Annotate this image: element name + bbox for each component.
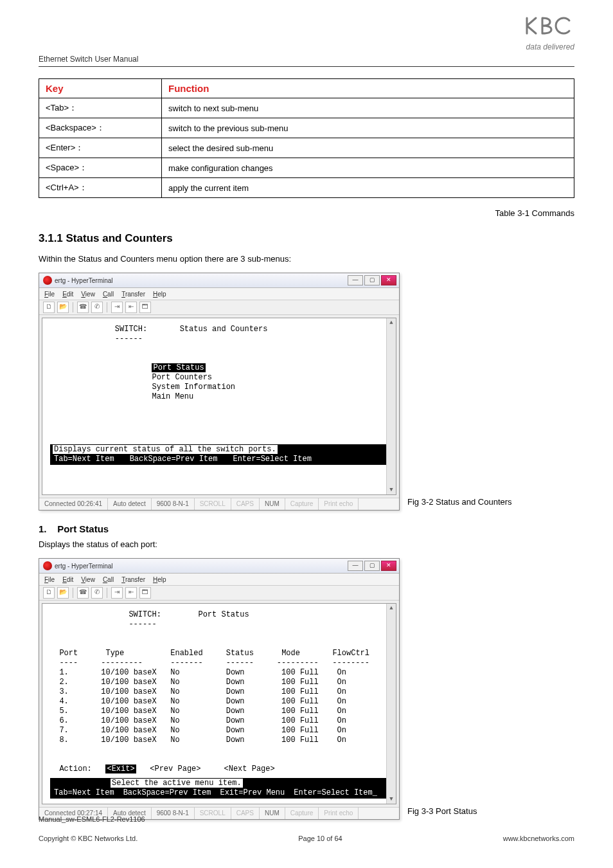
hyperterminal-window-1: ertg - HyperTerminal — ▢ ✕ File Edit Vie… (39, 273, 400, 511)
scroll-up-icon[interactable]: ▲ (387, 604, 396, 613)
connect-icon[interactable]: ☎ (77, 587, 89, 599)
hint-bar: Select the active menu item. Tab=Next It… (50, 778, 388, 799)
minimize-button[interactable]: — (348, 561, 363, 571)
footer-url: www.kbcnetworks.com (503, 835, 574, 842)
window-title: ertg - HyperTerminal (55, 277, 113, 284)
terminal-area[interactable]: SWITCH: Port Status ------ Port Type Ena… (42, 603, 396, 804)
terminal-area[interactable]: SWITCH: Status and Counters ------ Port … (42, 318, 396, 495)
menu-call[interactable]: Call (103, 576, 114, 583)
scroll-down-icon[interactable]: ▼ (387, 485, 396, 494)
menubar: File Edit View Call Transfer Help (39, 574, 399, 586)
close-button[interactable]: ✕ (381, 561, 396, 571)
maximize-button[interactable]: ▢ (364, 561, 380, 571)
subsection-title: Port Status (57, 523, 109, 534)
menu-call[interactable]: Call (103, 291, 114, 298)
keytable-header-function: Function (162, 79, 574, 98)
new-icon[interactable]: 🗋 (43, 587, 55, 599)
menu-transfer[interactable]: Transfer (121, 576, 145, 583)
send-icon[interactable]: ⇥ (111, 302, 123, 313)
toolbar: 🗋 📂 ☎ ✆ ⇥ ⇤ 🗔 (39, 300, 399, 315)
key-function-table: Key Function <Tab>：switch to next sub-me… (39, 78, 574, 198)
footer-filename: Manual_sw-ESML6-FL2-Rev1106 (39, 815, 574, 823)
scroll-down-icon[interactable]: ▼ (387, 795, 396, 804)
disconnect-icon[interactable]: ✆ (91, 302, 103, 313)
open-icon[interactable]: 📂 (57, 302, 69, 313)
menu-edit[interactable]: Edit (62, 576, 73, 583)
keytable-header-key: Key (39, 79, 162, 98)
close-button[interactable]: ✕ (381, 275, 396, 285)
properties-icon[interactable]: 🗔 (139, 302, 151, 313)
connect-icon[interactable]: ☎ (77, 302, 89, 313)
kbc-logo (523, 13, 574, 39)
table-row: <Enter>：select the desired sub-menu (39, 138, 574, 158)
menu-help[interactable]: Help (153, 291, 166, 298)
maximize-button[interactable]: ▢ (364, 275, 380, 285)
footer-page: Page 10 of 64 (298, 835, 342, 842)
header-divider (39, 66, 574, 67)
scrollbar[interactable]: ▲ ▼ (386, 318, 396, 494)
disconnect-icon[interactable]: ✆ (91, 587, 103, 599)
figure-caption-32: Fig 3-2 Status and Counters (407, 497, 512, 511)
scrollbar[interactable]: ▲ ▼ (386, 604, 396, 804)
table-caption: Table 3-1 Commands (39, 208, 574, 218)
receive-icon[interactable]: ⇤ (125, 587, 137, 599)
menu-view[interactable]: View (81, 291, 95, 298)
window-title: ertg - HyperTerminal (55, 563, 113, 570)
open-icon[interactable]: 📂 (57, 587, 69, 599)
app-icon (43, 276, 52, 285)
section-intro: Within the Status and Counters menu opti… (39, 254, 574, 264)
menu-file[interactable]: File (44, 291, 55, 298)
hint-bar: Displays current status of all the switc… (50, 444, 388, 465)
table-row: <Tab>：switch to next sub-menu (39, 98, 574, 118)
footer-copyright: Copyright © KBC Networks Ltd. (39, 835, 138, 842)
window-titlebar[interactable]: ertg - HyperTerminal — ▢ ✕ (39, 559, 399, 574)
menu-edit[interactable]: Edit (62, 291, 73, 298)
section-heading-311: 3.1.1 Status and Counters (39, 232, 574, 245)
subsection-desc: Displays the status of each port: (39, 539, 574, 549)
brand-header: data delivered (523, 13, 574, 51)
new-icon[interactable]: 🗋 (43, 302, 55, 313)
menu-file[interactable]: File (44, 576, 55, 583)
menubar: File Edit View Call Transfer Help (39, 288, 399, 300)
manual-title: Ethernet Switch User Manual (39, 55, 574, 64)
logo-subtitle: data delivered (523, 42, 574, 51)
toolbar: 🗋 📂 ☎ ✆ ⇥ ⇤ 🗔 (39, 586, 399, 601)
minimize-button[interactable]: — (348, 275, 363, 285)
receive-icon[interactable]: ⇤ (125, 302, 137, 313)
table-row: <Space>：make configuration changes (39, 158, 574, 178)
window-titlebar[interactable]: ertg - HyperTerminal — ▢ ✕ (39, 273, 399, 288)
hyperterminal-window-2: ertg - HyperTerminal — ▢ ✕ File Edit Vie… (39, 558, 400, 820)
subsection-number: 1. (39, 523, 47, 534)
table-row: <Backspace>：switch to the previous sub-m… (39, 118, 574, 138)
statusbar: Connected 00:26:41 Auto detect 9600 8-N-… (39, 498, 399, 510)
send-icon[interactable]: ⇥ (111, 587, 123, 599)
page-footer: Manual_sw-ESML6-FL2-Rev1106 Copyright © … (39, 815, 574, 842)
menu-transfer[interactable]: Transfer (121, 291, 145, 298)
app-icon (43, 561, 52, 570)
properties-icon[interactable]: 🗔 (139, 587, 151, 599)
menu-view[interactable]: View (81, 576, 95, 583)
table-row: <Ctrl+A>：apply the current item (39, 178, 574, 198)
menu-help[interactable]: Help (153, 576, 166, 583)
scroll-up-icon[interactable]: ▲ (387, 318, 396, 327)
